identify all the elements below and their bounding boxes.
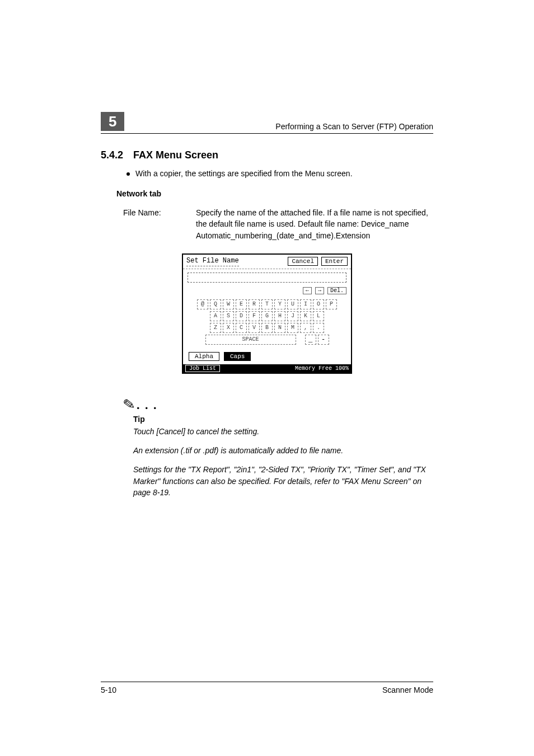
caps-mode-button[interactable]: Caps bbox=[224, 352, 251, 361]
page-footer: 5-10 Scanner Mode bbox=[101, 682, 433, 694]
key[interactable]: C bbox=[236, 323, 247, 333]
key[interactable]: M bbox=[287, 323, 298, 333]
chapter-number: 5 bbox=[101, 112, 124, 131]
key[interactable]: H bbox=[274, 311, 285, 321]
key[interactable]: R bbox=[249, 299, 260, 309]
key[interactable]: T bbox=[261, 299, 273, 309]
key[interactable]: V bbox=[249, 323, 260, 333]
key[interactable]: D bbox=[236, 311, 247, 321]
key[interactable]: E bbox=[236, 299, 247, 309]
section-number: 5.4.2 bbox=[101, 149, 123, 161]
key[interactable]: . bbox=[313, 323, 324, 333]
key[interactable]: A bbox=[210, 311, 221, 321]
key[interactable]: J bbox=[287, 311, 298, 321]
bullet-icon bbox=[127, 172, 130, 176]
file-name-label: File Name: bbox=[123, 207, 196, 241]
underscore-key[interactable]: _ bbox=[305, 335, 316, 345]
key[interactable]: B bbox=[261, 323, 273, 333]
delete-button[interactable]: Del. bbox=[327, 287, 346, 294]
key[interactable]: X bbox=[223, 323, 234, 333]
section-title: FAX Menu Screen bbox=[133, 149, 218, 161]
file-name-description: Specify the name of the attached file. I… bbox=[196, 207, 433, 241]
page-number: 5-10 bbox=[101, 685, 116, 694]
document-name: Scanner Mode bbox=[382, 685, 433, 694]
key[interactable]: , bbox=[300, 323, 311, 333]
tip-paragraph-2: An extension (.tif or .pdf) is automatic… bbox=[133, 445, 433, 456]
arrow-right-button[interactable]: → bbox=[315, 287, 324, 294]
space-key[interactable]: SPACE bbox=[205, 335, 296, 345]
job-list-button[interactable]: Job List bbox=[185, 365, 220, 372]
key[interactable]: I bbox=[300, 299, 311, 309]
key[interactable]: G bbox=[261, 311, 273, 321]
key[interactable]: U bbox=[287, 299, 298, 309]
cancel-button[interactable]: Cancel bbox=[288, 257, 318, 266]
key[interactable]: N bbox=[274, 323, 285, 333]
running-title: Performing a Scan to Server (FTP) Operat… bbox=[131, 122, 433, 131]
enter-button[interactable]: Enter bbox=[321, 257, 348, 266]
alpha-mode-button[interactable]: Alpha bbox=[189, 352, 219, 361]
pencil-icon: ✎ bbox=[122, 396, 137, 415]
page-header: 5 Performing a Scan to Server (FTP) Oper… bbox=[101, 112, 433, 134]
tip-paragraph-1: Touch [Cancel] to cancel the setting. bbox=[133, 426, 433, 437]
ellipsis-icon: . . . bbox=[137, 399, 158, 414]
screenshot-title: Set File Name bbox=[186, 257, 239, 266]
intro-bullet-text: With a copier, the settings are specifie… bbox=[135, 169, 353, 178]
tip-label: Tip bbox=[133, 415, 433, 424]
key[interactable]: K bbox=[300, 311, 311, 321]
hyphen-key[interactable]: - bbox=[318, 335, 329, 345]
key[interactable]: W bbox=[223, 299, 234, 309]
network-tab-heading: Network tab bbox=[116, 189, 433, 198]
file-name-definition: File Name: Specify the name of the attac… bbox=[123, 207, 433, 241]
key[interactable]: Z bbox=[210, 323, 221, 333]
device-screenshot: Set File Name Cancel Enter ← → Del. @ Q … bbox=[182, 253, 352, 374]
tip-paragraph-3: Settings for the "TX Report", "2in1", "2… bbox=[133, 464, 433, 498]
section-heading: 5.4.2 FAX Menu Screen bbox=[101, 149, 433, 161]
arrow-left-button[interactable]: ← bbox=[303, 287, 312, 294]
intro-bullet-line: With a copier, the settings are specifie… bbox=[127, 169, 433, 178]
key[interactable]: O bbox=[313, 299, 324, 309]
key[interactable]: L bbox=[313, 311, 324, 321]
file-name-input[interactable] bbox=[188, 273, 346, 283]
key[interactable]: P bbox=[326, 299, 337, 309]
tip-block: ✎ . . . Tip Touch [Cancel] to cancel the… bbox=[123, 396, 433, 498]
key[interactable]: Y bbox=[274, 299, 285, 309]
memory-status: Memory Free 100% bbox=[295, 365, 349, 372]
key[interactable]: @ bbox=[197, 299, 208, 309]
onscreen-keyboard: @ Q W E R T Y U I O P A S D F G H J K bbox=[183, 295, 351, 351]
key[interactable]: Q bbox=[210, 299, 221, 309]
key[interactable]: F bbox=[249, 311, 260, 321]
key[interactable]: S bbox=[223, 311, 234, 321]
